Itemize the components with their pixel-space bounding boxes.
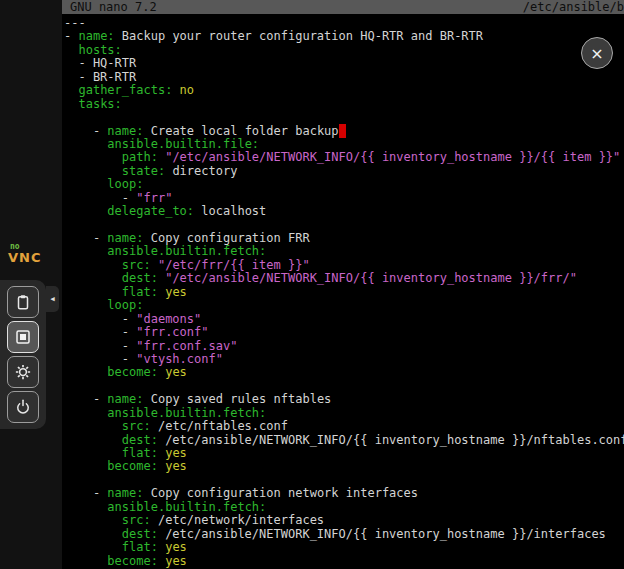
code-segment: state: (122, 164, 165, 178)
code-segment: "/etc/ansible/NETWORK_INFO/{{ inventory_… (165, 271, 577, 285)
code-segment: ansible.builtin.fetch: (107, 500, 266, 514)
fullscreen-icon (14, 328, 32, 346)
code-segment (64, 204, 107, 218)
terminal-line: become: yes (64, 555, 624, 568)
code-segment (64, 298, 107, 312)
code-segment: /etc/nftables.conf (151, 419, 288, 433)
terminal-line: - "frr.conf.sav" (64, 340, 624, 353)
code-segment: /etc/network/interfaces (151, 513, 324, 527)
text-cursor (339, 124, 346, 138)
code-segment: no (180, 83, 194, 97)
terminal-line: loop: (64, 178, 624, 191)
code-segment: loop: (107, 177, 143, 191)
code-segment (151, 258, 158, 272)
terminal-line: src: "/etc/frr/{{ item }}" (64, 259, 624, 272)
settings-button[interactable] (7, 356, 39, 388)
code-segment: dest: (122, 433, 158, 447)
terminal-line (64, 474, 624, 487)
code-segment: yes (165, 285, 187, 299)
code-segment: "frr.conf" (136, 325, 208, 339)
close-icon: × (590, 44, 603, 63)
terminal-line: ansible.builtin.file: (64, 138, 624, 151)
code-segment: hosts: (78, 43, 121, 57)
power-button[interactable] (7, 391, 39, 423)
terminal-line: - "vtysh.conf" (64, 353, 624, 366)
code-segment: yes (165, 540, 187, 554)
code-segment: "/etc/ansible/NETWORK_INFO/{{ inventory_… (165, 150, 620, 164)
code-segment: yes (165, 365, 187, 379)
code-segment (64, 164, 122, 178)
code-segment (64, 513, 122, 527)
code-segment: yes (165, 554, 187, 568)
terminal-line: tasks: (64, 98, 624, 111)
code-segment: yes (165, 459, 187, 473)
power-icon (14, 398, 32, 416)
code-segment (64, 365, 107, 379)
terminal-line: ansible.builtin.fetch: (64, 245, 624, 258)
clipboard-icon (14, 293, 32, 311)
clipboard-button[interactable] (7, 286, 39, 318)
code-segment (64, 459, 107, 473)
code-segment (172, 83, 179, 97)
code-segment: - (64, 191, 136, 205)
code-segment: - (64, 486, 107, 500)
code-segment: loop: (107, 298, 143, 312)
code-segment: name: (107, 124, 143, 138)
terminal-line: dest: "/etc/ansible/NETWORK_INFO/{{ inve… (64, 272, 624, 285)
code-segment: become: (107, 365, 158, 379)
terminal-line: - name: Copy configuration FRR (64, 232, 624, 245)
terminal-line: gather_facts: no (64, 84, 624, 97)
sidebar-collapse-handle[interactable]: ◀ (46, 286, 59, 312)
code-segment (64, 244, 107, 258)
code-segment: ansible.builtin.fetch: (107, 244, 266, 258)
code-segment (64, 258, 122, 272)
code-segment (64, 554, 107, 568)
code-segment (64, 271, 122, 285)
code-segment: become: (107, 459, 158, 473)
code-segment: "frr.conf.sav" (136, 339, 237, 353)
vnc-session: no VNC (0, 0, 624, 569)
code-segment: - (64, 124, 107, 138)
code-segment: gather_facts: (78, 83, 172, 97)
code-segment: ansible.builtin.file: (107, 137, 259, 151)
code-segment: Create local folder backup (143, 124, 338, 138)
code-segment (64, 177, 107, 191)
code-segment: name: (78, 29, 114, 43)
code-segment (64, 43, 78, 57)
fullscreen-button[interactable] (7, 321, 39, 353)
code-segment: src: (122, 258, 151, 272)
code-segment: name: (107, 486, 143, 500)
code-segment: flat: (122, 540, 158, 554)
code-segment (64, 500, 107, 514)
code-segment (64, 137, 107, 151)
terminal-line: --- (64, 17, 624, 30)
code-segment: ansible.builtin.fetch: (107, 406, 266, 420)
code-segment: Copy saved rules nftables (143, 392, 331, 406)
code-segment: "vtysh.conf" (136, 352, 223, 366)
terminal-line (64, 111, 624, 124)
code-segment (64, 97, 78, 111)
terminal-line: loop: (64, 299, 624, 312)
code-segment (64, 540, 122, 554)
terminal-line: src: /etc/nftables.conf (64, 420, 624, 433)
code-segment: - (64, 325, 136, 339)
code-segment: - (64, 312, 136, 326)
close-button[interactable]: × (581, 37, 613, 69)
terminal-line: - "frr" (64, 192, 624, 205)
terminal-line: dest: /etc/ansible/NETWORK_INFO/{{ inven… (64, 434, 624, 447)
chevron-left-icon: ◀ (50, 295, 54, 303)
code-segment: Copy configuration FRR (143, 231, 309, 245)
code-segment: yes (165, 446, 187, 460)
terminal-line: - name: Backup your router configuration… (64, 30, 624, 43)
terminal-line: ansible.builtin.fetch: (64, 501, 624, 514)
terminal-line: - BR-RTR (64, 71, 624, 84)
terminal-line: - "frr.conf" (64, 326, 624, 339)
terminal-viewport[interactable]: GNU nano 7.2 /etc/ansible/b ---- name: B… (62, 0, 624, 569)
terminal-line: state: directory (64, 165, 624, 178)
code-segment: - BR-RTR (64, 70, 136, 84)
terminal-line: become: yes (64, 366, 624, 379)
code-segment (64, 406, 107, 420)
terminal-line: ansible.builtin.fetch: (64, 407, 624, 420)
terminal-screen[interactable]: ---- name: Backup your router configurat… (62, 14, 624, 568)
terminal-line: delegate_to: localhost (64, 205, 624, 218)
